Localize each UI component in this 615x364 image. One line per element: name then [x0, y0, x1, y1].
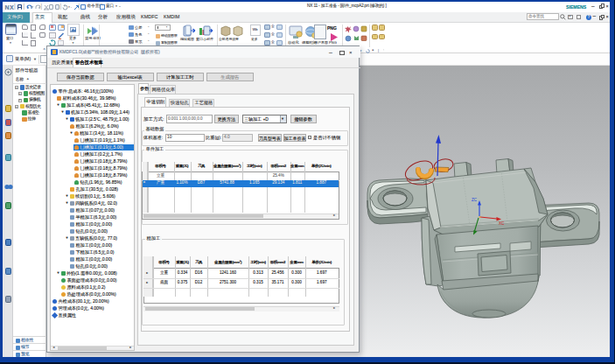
- svg-text:XC: XC: [499, 221, 505, 226]
- svg-text:ZC: ZC: [472, 198, 478, 202]
